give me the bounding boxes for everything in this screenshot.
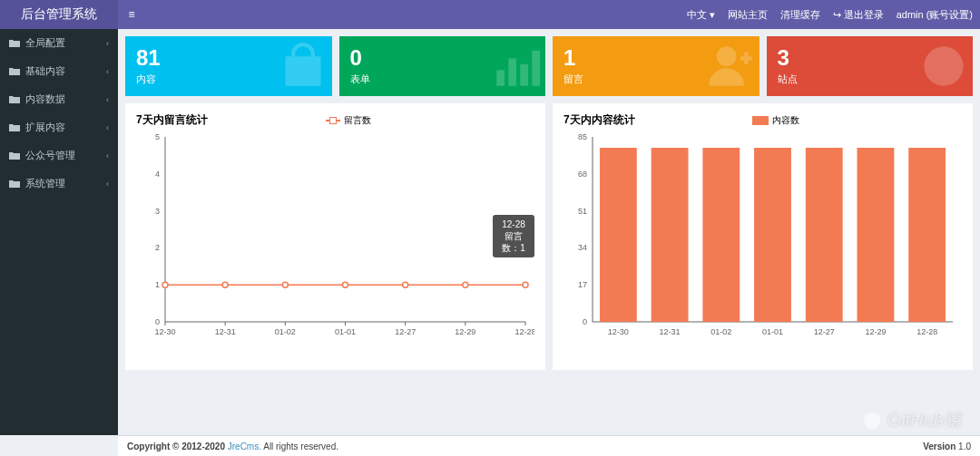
brand-link[interactable]: JreCms. xyxy=(228,441,261,451)
svg-rect-50 xyxy=(806,148,843,322)
svg-text:3: 3 xyxy=(155,207,160,216)
logout-link[interactable]: ↪ 退出登录 xyxy=(833,8,884,22)
svg-text:17: 17 xyxy=(578,280,587,289)
svg-text:2: 2 xyxy=(155,243,160,252)
svg-rect-46 xyxy=(702,148,740,322)
watermark: GitHub猿 xyxy=(862,408,962,432)
sidebar-item-2[interactable]: 内容数据‹ xyxy=(0,85,118,113)
svg-rect-42 xyxy=(600,148,637,322)
svg-point-27 xyxy=(162,282,168,287)
chart-legend[interactable]: 留言数 xyxy=(326,114,371,127)
svg-point-31 xyxy=(403,282,408,287)
sidebar-item-5[interactable]: 系统管理‹ xyxy=(0,170,118,198)
svg-text:12-27: 12-27 xyxy=(395,327,416,336)
svg-point-4 xyxy=(716,46,736,66)
stat-card-1[interactable]: 0表单 xyxy=(339,36,546,96)
home-link[interactable]: 网站主页 xyxy=(728,8,768,22)
sidebar-label: 扩展内容 xyxy=(25,121,65,134)
legend-line-icon xyxy=(326,120,340,121)
folder-icon xyxy=(9,179,20,189)
svg-text:12-28: 12-28 xyxy=(514,327,534,336)
version: Version 1.0 xyxy=(923,441,971,451)
sidebar-label: 内容数据 xyxy=(25,92,65,106)
svg-text:12-29: 12-29 xyxy=(455,327,475,336)
stat-card-2[interactable]: 1留言 xyxy=(553,36,760,96)
svg-text:0: 0 xyxy=(155,317,160,326)
sidebar-label: 全局配置 xyxy=(25,36,65,50)
bars-icon xyxy=(493,46,540,86)
chart-legend[interactable]: 内容数 xyxy=(752,114,799,127)
svg-rect-44 xyxy=(652,148,689,322)
svg-text:12-29: 12-29 xyxy=(865,327,886,336)
svg-text:5: 5 xyxy=(155,132,160,141)
svg-text:85: 85 xyxy=(578,132,587,141)
chart-card-content: 7天内内容统计 内容数 0173451688512-3012-3101-0201… xyxy=(553,103,973,370)
sidebar-label: 基础内容 xyxy=(25,64,65,78)
chart-tooltip: 12-28留言数：1 xyxy=(493,215,534,257)
svg-text:12-28: 12-28 xyxy=(916,327,937,336)
sidebar-item-4[interactable]: 公众号管理‹ xyxy=(0,141,118,170)
svg-text:01-02: 01-02 xyxy=(710,327,731,336)
svg-text:01-01: 01-01 xyxy=(762,327,783,336)
chevron-left-icon: ‹ xyxy=(106,123,109,132)
top-header: 后台管理系统 ≡ 中文 ▾ 网站主页 清理缓存 ↪ 退出登录 admin (账号… xyxy=(0,0,980,29)
bar-chart: 0173451688512-3012-3101-0201-0112-2712-2… xyxy=(564,131,962,340)
svg-text:12-27: 12-27 xyxy=(814,327,835,336)
svg-rect-48 xyxy=(754,148,791,322)
clear-cache-link[interactable]: 清理缓存 xyxy=(780,8,820,22)
svg-text:01-02: 01-02 xyxy=(275,327,296,336)
svg-text:4: 4 xyxy=(155,170,160,179)
svg-text:01-01: 01-01 xyxy=(335,327,356,336)
svg-text:12-31: 12-31 xyxy=(215,327,236,336)
main-content: 81内容0表单1留言3站点 7天内留言统计 留言数 01234512-3012-… xyxy=(118,29,980,435)
header-nav: 中文 ▾ 网站主页 清理缓存 ↪ 退出登录 admin (账号设置) xyxy=(687,8,973,22)
line-chart: 01234512-3012-3101-0201-0112-2712-2912-2… xyxy=(136,131,534,340)
svg-rect-3 xyxy=(532,51,540,86)
svg-point-30 xyxy=(343,282,348,287)
svg-point-28 xyxy=(222,282,228,287)
stat-row: 81内容0表单1留言3站点 xyxy=(125,36,973,96)
svg-rect-2 xyxy=(520,64,528,86)
svg-text:12-30: 12-30 xyxy=(154,327,175,336)
svg-text:34: 34 xyxy=(578,243,587,252)
svg-point-29 xyxy=(282,282,288,287)
folder-icon xyxy=(9,123,20,132)
chevron-left-icon: ‹ xyxy=(106,39,109,48)
chart-title: 7天内留言统计 xyxy=(136,112,208,128)
folder-icon xyxy=(9,151,20,160)
menu-toggle-icon[interactable]: ≡ xyxy=(118,8,145,21)
svg-text:68: 68 xyxy=(578,170,587,179)
lang-select[interactable]: 中文 ▾ xyxy=(687,8,715,22)
sidebar-item-1[interactable]: 基础内容‹ xyxy=(0,57,118,85)
sidebar-label: 系统管理 xyxy=(25,177,65,190)
pie-icon xyxy=(920,43,967,90)
svg-point-32 xyxy=(463,282,468,287)
bag-icon xyxy=(279,43,327,90)
svg-point-33 xyxy=(523,282,528,287)
chevron-left-icon: ‹ xyxy=(106,179,109,189)
chart-card-messages: 7天内留言统计 留言数 01234512-3012-3101-0201-0112… xyxy=(125,103,545,370)
account-link[interactable]: admin (账号设置) xyxy=(897,8,973,22)
svg-point-56 xyxy=(864,412,880,428)
svg-rect-52 xyxy=(858,148,895,322)
folder-icon xyxy=(9,39,20,48)
folder-icon xyxy=(9,95,20,104)
svg-text:51: 51 xyxy=(578,207,587,216)
svg-text:0: 0 xyxy=(583,317,587,326)
legend-swatch-icon xyxy=(752,116,769,125)
stat-card-3[interactable]: 3站点 xyxy=(767,36,974,96)
user-icon xyxy=(707,43,754,90)
chevron-left-icon: ‹ xyxy=(106,95,109,104)
svg-text:12-31: 12-31 xyxy=(660,327,681,336)
svg-rect-0 xyxy=(496,70,505,85)
wechat-icon xyxy=(862,411,882,431)
svg-rect-1 xyxy=(508,58,516,85)
sidebar-item-0[interactable]: 全局配置‹ xyxy=(0,29,118,57)
sidebar-item-3[interactable]: 扩展内容‹ xyxy=(0,113,118,141)
app-logo: 后台管理系统 xyxy=(0,0,118,29)
stat-card-0[interactable]: 81内容 xyxy=(125,36,332,96)
footer: Copyright © 2012-2020 JreCms. All rights… xyxy=(118,435,980,456)
sidebar-label: 公众号管理 xyxy=(25,149,75,162)
chart-title: 7天内内容统计 xyxy=(564,112,635,128)
folder-icon xyxy=(9,67,20,76)
